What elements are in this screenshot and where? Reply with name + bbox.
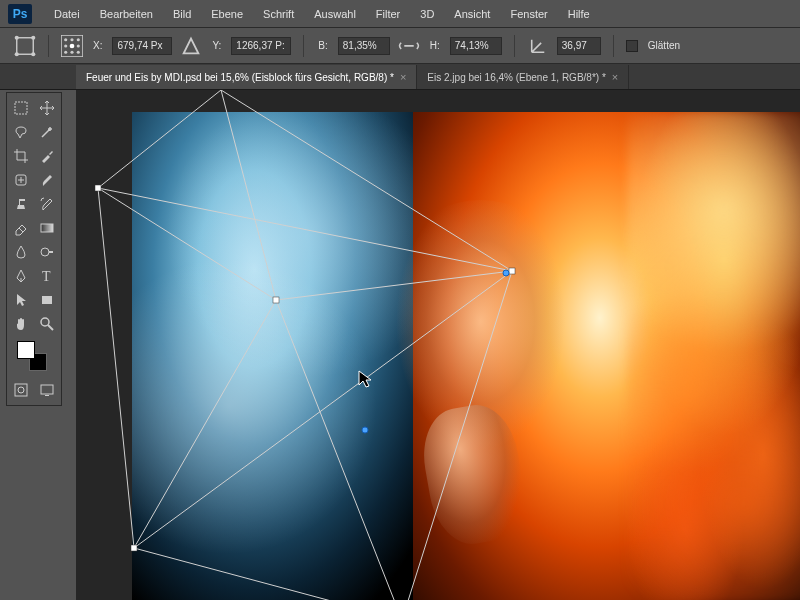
svg-point-4 (31, 52, 35, 56)
svg-point-21 (41, 318, 49, 326)
svg-rect-0 (17, 37, 34, 54)
menu-file[interactable]: Datei (44, 4, 90, 24)
lasso-tool[interactable] (9, 121, 33, 143)
tab-label: Feuer und Eis by MDI.psd bei 15,6% (Eisb… (86, 72, 394, 83)
menu-view[interactable]: Ansicht (444, 4, 500, 24)
quick-mask-toggle[interactable] (9, 379, 33, 401)
height-input[interactable] (450, 37, 502, 55)
blur-tool[interactable] (9, 241, 33, 263)
tab-document-1[interactable]: Feuer und Eis by MDI.psd bei 15,6% (Eisb… (76, 65, 417, 89)
tab-document-2[interactable]: Eis 2.jpg bei 16,4% (Ebene 1, RGB/8*) * … (417, 65, 629, 89)
svg-point-1 (15, 35, 19, 39)
x-label: X: (93, 40, 102, 51)
svg-point-14 (77, 50, 80, 53)
zoom-tool[interactable] (35, 313, 59, 335)
w-label: B: (318, 40, 327, 51)
screen-mode-toggle[interactable] (35, 379, 59, 401)
menu-layer[interactable]: Ebene (201, 4, 253, 24)
svg-rect-17 (41, 224, 53, 232)
svg-rect-15 (15, 102, 27, 114)
svg-text:T: T (42, 269, 51, 284)
rectangle-tool[interactable] (35, 289, 59, 311)
magic-wand-tool[interactable] (35, 121, 59, 143)
svg-point-7 (70, 38, 73, 41)
path-selection-tool[interactable] (9, 289, 33, 311)
separator (48, 35, 49, 57)
reference-point-icon[interactable] (61, 35, 83, 57)
cursor-icon (358, 370, 374, 390)
svg-point-23 (18, 387, 24, 393)
color-swatches (9, 337, 59, 377)
canvas-area[interactable] (76, 90, 800, 600)
h-label: H: (430, 40, 440, 51)
svg-rect-20 (42, 296, 52, 304)
svg-point-9 (64, 44, 67, 47)
toolbox: T (6, 92, 62, 406)
eraser-tool[interactable] (9, 217, 33, 239)
svg-point-10 (70, 43, 75, 48)
svg-point-2 (31, 35, 35, 39)
crop-tool[interactable] (9, 145, 33, 167)
foreground-color-swatch[interactable] (17, 341, 35, 359)
angle-input[interactable] (557, 37, 601, 55)
menu-edit[interactable]: Bearbeiten (90, 4, 163, 24)
x-input[interactable] (112, 37, 172, 55)
document-tabs: Feuer und Eis by MDI.psd bei 15,6% (Eisb… (0, 64, 800, 90)
angle-icon[interactable] (527, 35, 549, 57)
svg-rect-26 (95, 185, 101, 191)
svg-point-18 (41, 248, 49, 256)
options-bar: X: Y: B: H: Glätten (0, 28, 800, 64)
menu-bar: Ps Datei Bearbeiten Bild Ebene Schrift A… (0, 0, 800, 28)
hand-tool[interactable] (9, 313, 33, 335)
svg-point-13 (70, 50, 73, 53)
width-input[interactable] (338, 37, 390, 55)
dodge-tool[interactable] (35, 241, 59, 263)
svg-point-12 (64, 50, 67, 53)
antialias-label: Glätten (648, 40, 680, 51)
brush-tool[interactable] (35, 169, 59, 191)
healing-brush-tool[interactable] (9, 169, 33, 191)
menu-image[interactable]: Bild (163, 4, 201, 24)
svg-point-6 (64, 38, 67, 41)
y-input[interactable] (231, 37, 291, 55)
menu-filter[interactable]: Filter (366, 4, 410, 24)
clone-stamp-tool[interactable] (9, 193, 33, 215)
tab-label: Eis 2.jpg bei 16,4% (Ebene 1, RGB/8*) * (427, 72, 605, 83)
pen-tool[interactable] (9, 265, 33, 287)
separator (514, 35, 515, 57)
separator (303, 35, 304, 57)
delta-icon[interactable] (180, 35, 202, 57)
svg-point-3 (15, 52, 19, 56)
menu-select[interactable]: Auswahl (304, 4, 366, 24)
type-tool[interactable]: T (35, 265, 59, 287)
svg-point-8 (77, 38, 80, 41)
artwork-image (132, 112, 800, 600)
history-brush-tool[interactable] (35, 193, 59, 215)
document-canvas[interactable] (132, 112, 800, 600)
app-logo-text: Ps (13, 7, 28, 21)
move-tool[interactable] (35, 97, 59, 119)
app-logo: Ps (8, 4, 32, 24)
menu-3d[interactable]: 3D (410, 4, 444, 24)
svg-rect-24 (41, 385, 53, 394)
svg-rect-22 (15, 384, 27, 396)
eyedropper-tool[interactable] (35, 145, 59, 167)
menu-window[interactable]: Fenster (500, 4, 557, 24)
menu-help[interactable]: Hilfe (558, 4, 600, 24)
menu-type[interactable]: Schrift (253, 4, 304, 24)
svg-rect-25 (45, 395, 49, 396)
close-icon[interactable]: × (612, 71, 618, 83)
transform-tool-icon[interactable] (14, 35, 36, 57)
gradient-tool[interactable] (35, 217, 59, 239)
marquee-tool[interactable] (9, 97, 33, 119)
close-icon[interactable]: × (400, 71, 406, 83)
antialias-checkbox[interactable] (626, 40, 638, 52)
svg-point-11 (77, 44, 80, 47)
y-label: Y: (212, 40, 221, 51)
link-icon[interactable] (398, 35, 420, 57)
separator (613, 35, 614, 57)
